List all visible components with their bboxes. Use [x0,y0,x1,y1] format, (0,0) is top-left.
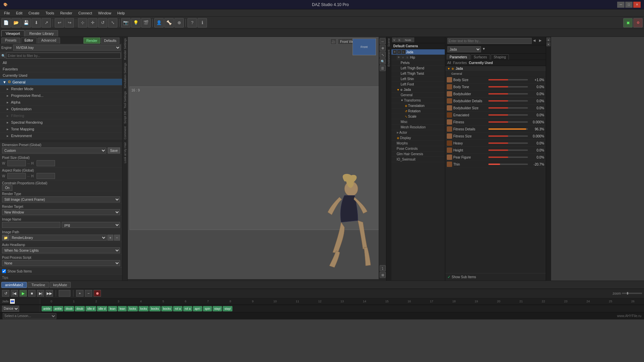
camera-button[interactable]: 📷 [121,18,130,27]
props-filter-icon2[interactable]: ▶ [539,39,544,43]
tree-item-favorites[interactable]: Favorites [0,66,122,72]
light-button[interactable]: 💡 [131,18,141,27]
hip-eye-icon[interactable]: 👁 [397,55,401,59]
scene-node-left-thigh-twist[interactable]: Left Thigh Twist [391,71,445,76]
track-color-picker[interactable] [10,299,15,304]
tab-keymate[interactable]: keyMate [50,282,71,288]
prop-body-size[interactable]: Body Size +1.0% [445,76,546,83]
add-path-button[interactable]: + [107,235,113,241]
image-ext-select[interactable]: png [62,222,120,228]
tree-item-currently-used[interactable]: Currently Used [0,72,122,79]
redo-button[interactable]: ↪ [65,18,74,27]
scene-morphs-item[interactable]: Morphs [391,141,445,146]
body-tone-slider[interactable] [488,86,528,87]
clip-spin[interactable]: spin [203,306,212,311]
defaults-button[interactable]: Defaults [101,38,119,44]
scene-node-left-shin[interactable]: Left Shin [391,76,445,82]
lesson-select[interactable]: Select a Lesson... [3,313,56,319]
prop-heavy[interactable]: Heavy 0.0% [445,140,546,147]
scene-s-icon[interactable]: S [397,38,402,42]
props-show-sub-items-check[interactable]: ✓ [447,275,450,279]
clip-rola-2[interactable]: rol a [183,306,193,311]
alpha-item[interactable]: ▸ Alpha [0,99,122,106]
render-mode-item[interactable]: ▸ Render Mode [0,86,122,93]
scene-general-item[interactable]: General [391,93,445,98]
scene-node-icon[interactable]: Node [402,38,414,42]
scene-glm-genesis-item[interactable]: Glm Hair Genesis [391,152,445,157]
menu-connect[interactable]: Connect [76,10,95,16]
clip-ankle-2[interactable]: ankle [53,306,64,311]
cat-all[interactable]: All [447,61,451,65]
prop-bodybuilder-details[interactable]: Bodybuilder Details 0.0% [445,98,546,105]
viewport-icon-2[interactable]: ⊕ [380,45,386,51]
viewport-icon-bottom-2[interactable]: ⊞ [380,272,386,278]
props-tab-shaping[interactable]: Shaping [491,54,509,60]
cat-favorites[interactable]: Favorites [453,61,467,65]
props-tab-parameters[interactable]: Parameters [447,54,470,60]
open-button[interactable]: 📂 [11,18,21,27]
tl-btn-loop[interactable]: ↺ [2,290,9,297]
tl-add-key[interactable]: + [76,290,84,297]
scale-tool-button[interactable]: ⤡ [108,18,117,27]
props-filter-icon[interactable]: ◀ [533,39,538,43]
heavy-slider[interactable] [488,142,528,144]
dimension-preset-select[interactable]: Custom [2,147,106,154]
tl-btn-play[interactable]: ▶ [19,290,27,297]
optimization-item[interactable]: ▸ Optimization [0,106,122,113]
progressive-item[interactable]: ▸ Progressive Rend... [0,93,122,99]
tl-btn-prev-key[interactable]: |◀ [11,290,18,297]
height-slider[interactable] [488,149,528,151]
fitness-details-slider[interactable] [488,128,528,130]
menu-help[interactable]: Help [115,10,128,16]
viewport-icon-4[interactable]: 🔍 [380,58,386,64]
props-general-item[interactable]: General [445,71,546,76]
clip-lean-2[interactable]: lean [118,306,127,311]
tl-frame-input[interactable]: 0 [59,290,70,297]
zoom-slider[interactable] [622,293,642,294]
aspect-width-input[interactable]: 16.0 [7,173,26,179]
viewport-icon-1[interactable]: ↔ [380,38,386,44]
props-object-select[interactable]: Jada [447,46,481,52]
settings-icon-button[interactable]: ⚙ [633,18,643,27]
tl-btn-stop[interactable]: ■ [28,290,36,297]
sub-tab-advanced[interactable]: Advanced [38,38,60,44]
viewport-camera-icon[interactable]: 🎥 [330,39,336,45]
clip-bocks-2[interactable]: bocks [161,306,173,311]
prop-fitness-details[interactable]: Fitness Details 96.3% [445,126,546,133]
tab-viewport[interactable]: Viewport [1,30,24,37]
clip-rola-1[interactable]: rol a [173,306,182,311]
rs-btn-1[interactable]: ▲ [546,38,550,42]
scene-pose-controls-item[interactable]: Pose Controls [391,146,445,152]
scene-mesh-resolution-item[interactable]: Mesh Resolution [391,125,445,130]
engine-select[interactable]: NVIDIA Iray [13,45,121,51]
aspect-height-input[interactable]: 9.0 [37,173,55,179]
pear-figure-slider[interactable] [488,157,528,158]
environment-item[interactable]: ▸ Environment [0,133,122,139]
scene-v-icon[interactable]: V [392,38,397,42]
scene-jada-subtree-root[interactable]: ▼ ⊕ Jada [391,87,445,93]
clip-bocks-1[interactable]: bocks [149,306,161,311]
clip-lean-1[interactable]: lean [108,306,117,311]
emaciated-slider[interactable] [488,114,528,116]
folder-icon-btn[interactable]: 📁 [2,235,9,241]
bodybuilder-details-slider[interactable] [488,100,528,102]
path-select[interactable]: RenderLibrary [10,235,107,241]
scene-node-hip[interactable]: 👁 V S Hip [391,55,445,60]
cat-currently-used[interactable]: Currently Used [469,61,493,65]
menu-edit[interactable]: Edit [13,10,25,16]
clip-idle-d-2[interactable]: idle d [97,306,108,311]
spectral-rendering-item[interactable]: ▸ Spectral Rendering [0,119,122,126]
save-preset-button[interactable]: Save [108,147,120,154]
menu-window[interactable]: Window [95,10,114,16]
pixel-width-input[interactable]: 1920 [7,160,26,166]
tab-animemate2[interactable]: animMate2 [1,282,27,288]
tree-item-all[interactable]: All [0,60,122,66]
auto-headlamp-select[interactable]: When No Scene Lights [2,247,120,253]
clip-ankle-1[interactable]: ankle [42,306,52,311]
jada-eye-icon[interactable]: 👁 [393,50,397,54]
prop-thin[interactable]: Thin -20.7% [445,161,546,168]
maximize-button[interactable]: □ [625,2,633,8]
prop-body-tone[interactable]: Body Tone 0.0% [445,83,546,90]
scene-transforms-item[interactable]: ▼ Transforms [391,98,445,103]
props-object-expand[interactable]: ▼ [482,47,487,52]
